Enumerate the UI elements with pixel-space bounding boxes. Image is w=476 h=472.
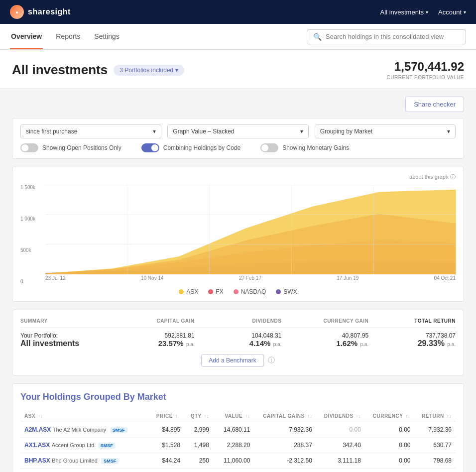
chevron-down-icon: ▾ <box>426 9 428 15</box>
stock-link[interactable]: A2M.ASX <box>24 426 51 433</box>
cell-stock: A2M.ASX The A2 Milk Company SMSF <box>20 422 149 438</box>
summary-col-label: SUMMARY <box>20 318 108 324</box>
about-graph-link[interactable]: about this graph ⓘ <box>409 174 456 180</box>
col-header-currency: CURRENCY ↑↓ <box>365 410 415 422</box>
cell-qty: 1,498 <box>184 438 213 453</box>
cell-stock: BHP.ASX Bhp Group Limited SMSF <box>20 453 149 469</box>
holdings-title: Your Holdings Grouped By Market <box>20 392 456 402</box>
legend-fx: FX <box>208 288 223 295</box>
stock-tag: SMSF <box>98 443 116 449</box>
legend-swx: SWX <box>276 288 297 295</box>
chart-legend: ASX FX NASDAQ SWX <box>20 288 456 295</box>
chart-svg <box>45 185 456 274</box>
cell-value: 101,959.70 <box>213 469 254 472</box>
sort-icon[interactable]: ↑↓ <box>175 414 180 419</box>
summary-header: SUMMARY CAPITAL GAIN DIVIDENDS CURRENCY … <box>20 318 456 328</box>
grouping-select[interactable]: Grouping by Market ▾ <box>315 124 456 138</box>
title-area: All investments 3 Portfolios included ▾ <box>12 62 184 78</box>
sort-icon[interactable]: ↑↓ <box>447 414 452 419</box>
portfolio-value-label: CURRENT PORTFOLIO VALUE <box>387 75 464 80</box>
sort-icon[interactable]: ↑↓ <box>356 414 361 419</box>
controls-toggles: Showing Open Positions Only Combining Ho… <box>20 143 456 152</box>
cell-qty: 2,999 <box>184 422 213 438</box>
cell-return: 798.68 <box>415 453 456 469</box>
sort-icon[interactable]: ↑↓ <box>245 414 250 419</box>
share-checker-button[interactable]: Share checker <box>405 97 464 112</box>
nav-right: All investments ▾ Account ▾ <box>380 8 466 16</box>
graph-info: about this graph ⓘ <box>20 173 456 181</box>
monetary-gains-toggle[interactable] <box>260 143 278 152</box>
legend-dot-asx <box>179 289 184 294</box>
chevron-down-icon: ▾ <box>464 9 466 15</box>
nav-item-overview[interactable]: Overview <box>10 24 43 49</box>
cell-dividends: 3,111.18 <box>316 453 365 469</box>
cell-price: $4.895 <box>149 422 184 438</box>
investments-menu[interactable]: All investments ▾ <box>380 8 428 16</box>
graph-type-select[interactable]: Graph Value – Stacked ▾ <box>167 124 308 138</box>
summary-col-dividends: DIVIDENDS <box>195 318 282 324</box>
add-benchmark-button[interactable]: Add a Benchmark <box>201 354 263 367</box>
col-header-value: VALUE ↑↓ <box>213 410 254 422</box>
stock-name: Bhp Group Limited <box>52 458 98 464</box>
sub-nav-links: Overview Reports Settings <box>10 24 120 49</box>
cell-capital: 7,932.36 <box>254 422 316 438</box>
legend-asx: ASX <box>179 288 198 295</box>
holdings-table-body: A2M.ASX The A2 Milk Company SMSF $4.895 … <box>20 422 456 472</box>
cell-currency: 0.00 <box>365 469 415 472</box>
summary-data-row: Your Portfolio: All investments 592,881.… <box>20 332 456 348</box>
share-checker-row: Share checker <box>12 97 464 112</box>
col-header-price: PRICE ↑↓ <box>149 410 184 422</box>
page-title: All investments <box>12 62 108 78</box>
main-content: Share checker since first purchase ▾ Gra… <box>0 89 476 472</box>
sort-icon[interactable]: ↑↓ <box>307 414 312 419</box>
toggle-knob <box>261 144 268 151</box>
page-header: All investments 3 Portfolios included ▾ … <box>0 50 476 89</box>
cell-capital: -5,873.44 <box>254 469 316 472</box>
summary-portfolio-name: Your Portfolio: All investments <box>20 332 108 348</box>
summary-section: SUMMARY CAPITAL GAIN DIVIDENDS CURRENCY … <box>12 310 464 375</box>
stock-tag: SMSF <box>101 458 119 464</box>
portfolios-badge[interactable]: 3 Portfolios included ▾ <box>114 65 184 76</box>
search-box[interactable]: 🔍 <box>307 29 466 44</box>
graph-area: about this graph ⓘ 1 500k 1 000k 500k 0 <box>12 167 464 302</box>
chart-container: 1 500k 1 000k 500k 0 <box>20 185 456 284</box>
summary-total-value: 737,738.07 29.33% p.a. <box>368 332 456 348</box>
chevron-down-icon: ▾ <box>300 128 303 135</box>
holdings-table: ASX ↑↓ PRICE ↑↓ QTY ↑↓ VALUE ↑↓ <box>20 410 456 472</box>
sort-icon[interactable]: ↑↓ <box>406 414 411 419</box>
stock-tag: SMSF <box>110 427 127 433</box>
svg-marker-3 <box>45 190 456 274</box>
search-input[interactable] <box>326 33 460 40</box>
toggle-open-positions: Showing Open Positions Only <box>20 143 121 152</box>
stock-link[interactable]: AX1.ASX <box>24 442 50 449</box>
legend-nasdaq: NASDAQ <box>234 288 266 295</box>
toggle-combine-holdings: Combining Holdings by Code <box>141 143 240 152</box>
cell-qty: 1,042 <box>184 469 213 472</box>
nav-item-settings[interactable]: Settings <box>93 24 120 49</box>
col-header-asx: ASX ↑↓ <box>20 410 149 422</box>
cell-dividends: 0.00 <box>316 422 365 438</box>
account-menu[interactable]: Account ▾ <box>438 8 466 16</box>
controls-bar: since first purchase ▾ Graph Value – Sta… <box>12 118 464 159</box>
nav-item-reports[interactable]: Reports <box>55 24 81 49</box>
date-range-select[interactable]: since first purchase ▾ <box>20 124 161 138</box>
table-header-row: ASX ↑↓ PRICE ↑↓ QTY ↑↓ VALUE ↑↓ <box>20 410 456 422</box>
summary-dividends-value: 104,048.31 4.14% p.a. <box>195 332 282 348</box>
stock-name: Accent Group Ltd <box>52 442 95 448</box>
top-navigation: ● sharesight All investments ▾ Account ▾ <box>0 0 476 24</box>
combine-holdings-toggle[interactable] <box>141 143 159 152</box>
help-icon[interactable]: ⓘ <box>268 356 275 365</box>
chevron-down-icon: ▾ <box>175 67 178 74</box>
stock-link[interactable]: BHP.ASX <box>24 457 50 464</box>
toggle-knob <box>21 144 28 151</box>
sort-icon[interactable]: ↑↓ <box>204 414 209 419</box>
sort-icon[interactable]: ↑↓ <box>38 414 43 419</box>
cell-capital: 288.37 <box>254 438 316 453</box>
chevron-down-icon: ▾ <box>153 128 156 135</box>
toggle-knob <box>151 144 158 151</box>
legend-dot-fx <box>208 289 213 294</box>
controls-selects: since first purchase ▾ Graph Value – Sta… <box>20 124 456 138</box>
open-positions-toggle[interactable] <box>20 143 38 152</box>
toggle-monetary-gains: Showing Monetary Gains <box>260 143 349 152</box>
portfolio-value-area: 1,570,441.92 CURRENT PORTFOLIO VALUE <box>387 60 464 80</box>
